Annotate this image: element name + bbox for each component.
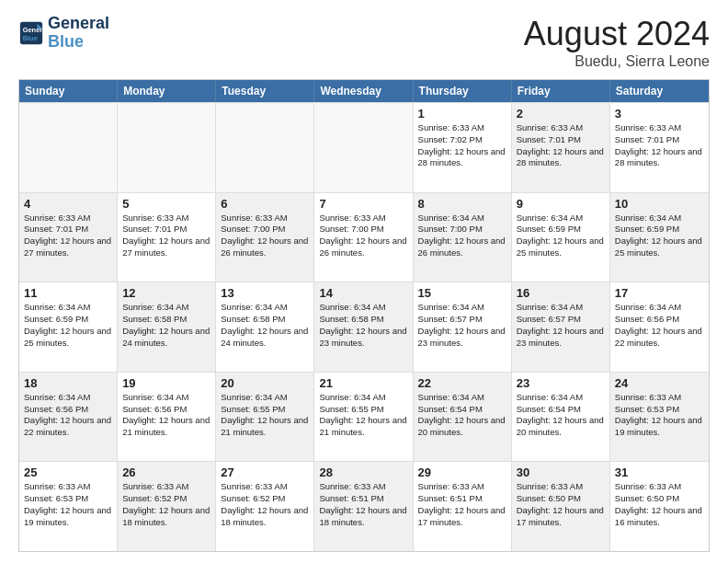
sunset-text: Sunset: 7:00 PM [319, 224, 407, 236]
calendar-row-1: 4Sunrise: 6:33 AMSunset: 7:01 PMDaylight… [19, 192, 709, 282]
day-cell-30: 30Sunrise: 6:33 AMSunset: 6:50 PMDayligh… [512, 462, 610, 551]
day-cell-28: 28Sunrise: 6:33 AMSunset: 6:51 PMDayligh… [314, 462, 413, 551]
day-number: 30 [517, 465, 605, 479]
daylight-text: Daylight: 12 hours and 28 minutes. [615, 146, 704, 170]
daylight-text: Daylight: 12 hours and 25 minutes. [517, 236, 605, 259]
sunrise-text: Sunrise: 6:34 AM [122, 392, 210, 404]
day-cell-18: 18Sunrise: 6:34 AMSunset: 6:56 PMDayligh… [19, 373, 118, 462]
daylight-text: Daylight: 12 hours and 21 minutes. [122, 415, 210, 439]
header-day-saturday: Saturday [610, 80, 709, 102]
calendar-row-2: 11Sunrise: 6:34 AMSunset: 6:59 PMDayligh… [19, 282, 709, 372]
day-number: 18 [24, 376, 112, 390]
logo-line2: Blue [48, 32, 84, 51]
day-cell-27: 27Sunrise: 6:33 AMSunset: 6:52 PMDayligh… [216, 462, 314, 551]
day-cell-21: 21Sunrise: 6:34 AMSunset: 6:55 PMDayligh… [314, 373, 413, 462]
sunrise-text: Sunrise: 6:33 AM [517, 122, 605, 134]
sunset-text: Sunset: 7:01 PM [122, 224, 210, 236]
daylight-text: Daylight: 12 hours and 17 minutes. [517, 505, 605, 529]
day-cell-24: 24Sunrise: 6:33 AMSunset: 6:53 PMDayligh… [610, 373, 709, 462]
daylight-text: Daylight: 12 hours and 25 minutes. [24, 326, 112, 350]
page: General Blue General Blue August 2024 Bu… [0, 0, 728, 563]
daylight-text: Daylight: 12 hours and 23 minutes. [517, 326, 605, 350]
day-number: 27 [221, 465, 309, 479]
day-cell-15: 15Sunrise: 6:34 AMSunset: 6:57 PMDayligh… [414, 282, 512, 372]
sunrise-text: Sunrise: 6:33 AM [418, 481, 506, 493]
sunset-text: Sunset: 6:59 PM [517, 224, 605, 236]
day-cell-1: 1Sunrise: 6:33 AMSunset: 7:02 PMDaylight… [414, 103, 512, 192]
day-cell-31: 31Sunrise: 6:33 AMSunset: 6:50 PMDayligh… [610, 462, 709, 551]
sunset-text: Sunset: 6:50 PM [615, 493, 704, 505]
sunrise-text: Sunrise: 6:33 AM [122, 213, 210, 224]
sunset-text: Sunset: 7:01 PM [517, 134, 605, 146]
sunrise-text: Sunrise: 6:33 AM [517, 481, 605, 493]
daylight-text: Daylight: 12 hours and 22 minutes. [24, 415, 112, 439]
day-cell-25: 25Sunrise: 6:33 AMSunset: 6:53 PMDayligh… [19, 462, 118, 551]
sunrise-text: Sunrise: 6:33 AM [221, 481, 309, 493]
day-number: 21 [319, 376, 407, 390]
day-number: 1 [418, 107, 506, 121]
sunset-text: Sunset: 6:56 PM [615, 314, 704, 326]
sunrise-text: Sunrise: 6:33 AM [319, 481, 407, 493]
sunset-text: Sunset: 6:59 PM [24, 314, 112, 326]
day-cell-13: 13Sunrise: 6:34 AMSunset: 6:58 PMDayligh… [216, 282, 314, 372]
sunrise-text: Sunrise: 6:34 AM [418, 392, 506, 404]
sunset-text: Sunset: 6:54 PM [517, 404, 605, 416]
day-number: 8 [418, 197, 506, 211]
sunrise-text: Sunrise: 6:33 AM [319, 213, 407, 224]
day-number: 13 [221, 286, 309, 300]
sunset-text: Sunset: 6:59 PM [615, 224, 704, 236]
day-number: 9 [517, 197, 605, 211]
day-number: 7 [319, 197, 407, 211]
day-cell-5: 5Sunrise: 6:33 AMSunset: 7:01 PMDaylight… [118, 193, 216, 282]
daylight-text: Daylight: 12 hours and 28 minutes. [418, 146, 506, 170]
sunset-text: Sunset: 7:02 PM [418, 134, 506, 146]
sunset-text: Sunset: 7:01 PM [24, 224, 112, 236]
sunrise-text: Sunrise: 6:34 AM [517, 302, 605, 314]
day-cell-16: 16Sunrise: 6:34 AMSunset: 6:57 PMDayligh… [512, 282, 610, 372]
day-number: 12 [122, 286, 210, 300]
calendar-row-4: 25Sunrise: 6:33 AMSunset: 6:53 PMDayligh… [19, 461, 709, 551]
day-cell-19: 19Sunrise: 6:34 AMSunset: 6:56 PMDayligh… [118, 373, 216, 462]
day-cell-8: 8Sunrise: 6:34 AMSunset: 7:00 PMDaylight… [414, 193, 512, 282]
sunrise-text: Sunrise: 6:34 AM [615, 213, 704, 224]
sunrise-text: Sunrise: 6:34 AM [319, 392, 407, 404]
daylight-text: Daylight: 12 hours and 21 minutes. [221, 415, 309, 439]
header: General Blue General Blue August 2024 Bu… [18, 15, 710, 70]
day-cell-3: 3Sunrise: 6:33 AMSunset: 7:01 PMDaylight… [610, 103, 709, 192]
day-cell-4: 4Sunrise: 6:33 AMSunset: 7:01 PMDaylight… [19, 193, 118, 282]
day-number: 29 [418, 465, 506, 479]
svg-text:General: General [23, 26, 44, 34]
daylight-text: Daylight: 12 hours and 25 minutes. [615, 236, 704, 259]
day-number: 20 [221, 376, 309, 390]
header-day-wednesday: Wednesday [314, 80, 413, 102]
logo: General Blue General Blue [18, 15, 109, 52]
day-cell-6: 6Sunrise: 6:33 AMSunset: 7:00 PMDaylight… [216, 193, 314, 282]
sunset-text: Sunset: 6:58 PM [319, 314, 407, 326]
sunrise-text: Sunrise: 6:34 AM [418, 302, 506, 314]
day-number: 24 [615, 376, 704, 390]
header-day-monday: Monday [118, 80, 216, 102]
daylight-text: Daylight: 12 hours and 20 minutes. [418, 415, 506, 439]
day-number: 15 [418, 286, 506, 300]
day-number: 3 [615, 107, 704, 121]
day-cell-26: 26Sunrise: 6:33 AMSunset: 6:52 PMDayligh… [118, 462, 216, 551]
day-cell-12: 12Sunrise: 6:34 AMSunset: 6:58 PMDayligh… [118, 282, 216, 372]
day-number: 25 [24, 465, 112, 479]
sunset-text: Sunset: 6:54 PM [418, 404, 506, 416]
day-cell-29: 29Sunrise: 6:33 AMSunset: 6:51 PMDayligh… [414, 462, 512, 551]
sunrise-text: Sunrise: 6:34 AM [221, 302, 309, 314]
daylight-text: Daylight: 12 hours and 28 minutes. [517, 146, 605, 170]
sunset-text: Sunset: 6:56 PM [122, 404, 210, 416]
daylight-text: Daylight: 12 hours and 26 minutes. [319, 236, 407, 259]
day-cell-22: 22Sunrise: 6:34 AMSunset: 6:54 PMDayligh… [414, 373, 512, 462]
day-number: 28 [319, 465, 407, 479]
title-block: August 2024 Buedu, Sierra Leone [524, 15, 710, 70]
sunset-text: Sunset: 6:55 PM [319, 404, 407, 416]
day-cell-17: 17Sunrise: 6:34 AMSunset: 6:56 PMDayligh… [610, 282, 709, 372]
empty-cell [216, 103, 314, 192]
day-number: 10 [615, 197, 704, 211]
daylight-text: Daylight: 12 hours and 24 minutes. [221, 326, 309, 350]
daylight-text: Daylight: 12 hours and 26 minutes. [418, 236, 506, 259]
day-number: 19 [122, 376, 210, 390]
daylight-text: Daylight: 12 hours and 22 minutes. [615, 326, 704, 350]
